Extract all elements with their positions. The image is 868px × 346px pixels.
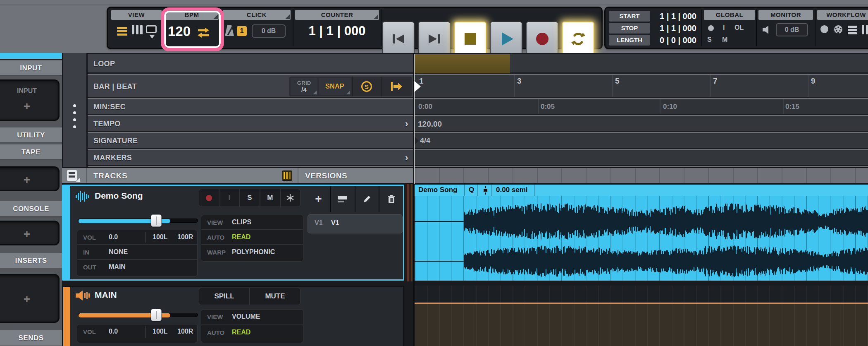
stop-locator-label[interactable]: STOP [609,23,650,34]
monitor-level-button[interactable]: 0 dB [776,23,808,36]
sidebar-section-tape[interactable]: TAPE [0,144,62,160]
smart-snap-button[interactable]: S [353,77,380,96]
inserts-slot-panel[interactable]: + [0,274,60,323]
ruler-drag-handle[interactable] [73,104,76,128]
markers-lane-header[interactable]: MARKERS › [88,150,413,166]
global-record-icon[interactable] [708,25,714,31]
mixer-view-icon[interactable] [132,25,144,36]
version-row[interactable]: V1 V1 [308,214,403,233]
markers-expand-chevron[interactable]: › [405,152,408,163]
tempo-lane[interactable]: 120.00 [415,116,868,132]
playhead-marker[interactable] [415,81,421,92]
add-input-button[interactable]: + [0,101,58,112]
markers-lane[interactable] [415,150,868,166]
view-section-header[interactable]: VIEW [111,10,162,20]
sidebar-section-sends[interactable]: SENDS [0,330,62,346]
track-output-row[interactable]: OUT MAIN [77,260,197,275]
main-volume-slider-handle[interactable] [151,309,162,321]
global-input-toggle[interactable]: I [723,24,725,31]
min-sec-lane-header[interactable]: MIN:SEC [88,99,413,115]
tempo-lane-header[interactable]: TEMPO › [88,116,413,132]
track-solo-button[interactable]: S [240,189,259,207]
click-section-header[interactable]: CLICK [223,10,291,20]
click-level-button[interactable]: 0 dB [252,24,286,38]
arrange-view-icon[interactable] [117,27,127,37]
counter-section-header[interactable]: COUNTER [295,10,379,20]
metronome-icon[interactable] [224,24,235,37]
signature-lane-header[interactable]: SIGNATURE [88,133,413,149]
add-version-button[interactable]: + [307,186,330,212]
sidebar-section-utility[interactable]: UTILITY [0,127,62,143]
track-list-icon[interactable] [67,170,77,181]
global-mute-toggle[interactable]: M [722,36,727,43]
global-solo-toggle[interactable]: S [707,36,712,43]
sidebar-section-inserts[interactable]: INSERTS [0,253,62,268]
time-ruler[interactable]: 0:000:050:100:15 [415,99,868,115]
versions-icon[interactable] [282,171,292,181]
global-section-header[interactable]: GLOBAL [704,10,755,20]
track-warp-row[interactable]: WARP POLYPHONIC [201,245,303,260]
main-volume-slider[interactable] [78,313,198,317]
clip-quantize-badge[interactable]: Q [469,186,474,194]
track-volume-slider[interactable] [78,219,198,223]
add-tape-button[interactable]: + [0,174,58,186]
skip-to-end-button[interactable] [418,22,451,56]
workflow-lanes-icon[interactable] [862,25,868,36]
bar-ruler[interactable]: 13579 [415,75,868,98]
counter-value[interactable]: 1 | 1 | 000 [295,24,379,38]
tempo-expand-chevron[interactable]: › [405,118,408,130]
start-locator-label[interactable]: START [609,11,650,22]
snap-button[interactable]: SNAP [319,78,351,95]
signature-lane[interactable]: 4/4 [415,133,868,149]
record-button[interactable] [526,22,558,56]
track-header-demo-song[interactable]: Demo Song I S M VOL 0.0 100L 100R [62,185,404,281]
stop-button[interactable] [454,22,486,56]
monitor-speaker-icon[interactable] [762,25,772,34]
workflow-section-header[interactable]: WORKFLOW [817,10,868,20]
monitor-view-icon[interactable] [146,25,157,33]
loop-button[interactable] [562,22,594,56]
skip-to-start-button[interactable] [382,22,415,56]
loop-lane-header[interactable]: LOOP [88,53,413,74]
input-slot-panel[interactable]: INPUT + [0,79,60,121]
mute-button[interactable]: MUTE [250,288,300,305]
main-auto-row[interactable]: AUTO READ [201,325,303,341]
signature-value[interactable]: 4/4 [420,137,430,145]
audio-clip-demo-song[interactable]: Demo Song Q 0.00 semi [415,185,868,281]
track-freeze-button[interactable] [281,189,300,207]
main-volume-lane[interactable] [415,286,868,346]
track-name[interactable]: MAIN [95,290,117,300]
snap-to-event-button[interactable] [382,77,412,96]
grid-button[interactable]: GRID /4 [291,78,317,95]
add-insert-button[interactable]: + [0,293,58,305]
add-console-button[interactable]: + [0,228,58,240]
clip-header[interactable]: Demo Song Q 0.00 semi [415,185,868,196]
bar-beat-lane-header[interactable]: BAR | BEAT GRID /4 SNAP S [88,75,413,98]
tempo-value[interactable]: 120.00 [418,120,442,129]
track-view-row[interactable]: VIEW CLIPS [201,215,303,230]
global-overload-toggle[interactable]: OL [734,24,744,31]
monitor-view-chevron-icon[interactable] [150,35,155,38]
start-locator-value[interactable]: 1 | 1 | 000 [652,12,696,21]
stop-locator-value[interactable]: 1 | 1 | 000 [652,24,696,33]
length-locator-label[interactable]: LENGTH [609,35,650,46]
clip-name[interactable]: Demo Song [418,186,457,194]
sidebar-section-console[interactable]: CONSOLE [0,201,62,216]
track-volume-row[interactable]: VOL 0.0 100L 100R [77,230,197,245]
track-record-arm-button[interactable] [199,189,219,207]
workflow-record-icon[interactable] [820,25,828,33]
rename-version-button[interactable] [355,186,379,212]
duplicate-version-button[interactable] [331,186,355,212]
clip-body[interactable] [415,196,868,281]
clip-pitch-value[interactable]: 0.00 semi [496,186,528,194]
track-header-main[interactable]: MAIN SPILL MUTE VOL 0.0 100L 100R VIEW V… [62,286,404,346]
console-slot-panel[interactable]: + [0,221,60,245]
monitor-section-header[interactable]: MONITOR [758,10,813,20]
delete-version-button[interactable] [379,186,403,212]
workflow-list-icon[interactable] [848,26,857,36]
sidebar-section-input[interactable]: INPUT [0,60,62,76]
click-count-badge[interactable]: 1 [237,26,247,36]
play-button[interactable] [490,22,522,56]
loop-region[interactable] [415,54,510,73]
track-volume-slider-handle[interactable] [151,214,162,227]
